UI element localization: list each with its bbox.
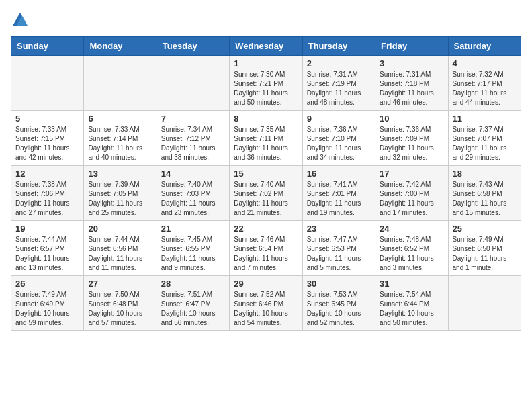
day-info: Sunrise: 7:42 AM Sunset: 7:00 PM Dayligh… xyxy=(380,180,443,218)
calendar-cell: 8Sunrise: 7:35 AM Sunset: 7:11 PM Daylig… xyxy=(230,111,302,166)
calendar-cell: 15Sunrise: 7:40 AM Sunset: 7:02 PM Dayli… xyxy=(230,166,302,221)
day-info: Sunrise: 7:35 AM Sunset: 7:11 PM Dayligh… xyxy=(234,125,298,163)
day-info: Sunrise: 7:50 AM Sunset: 6:48 PM Dayligh… xyxy=(88,290,152,328)
calendar-week-row: 1Sunrise: 7:30 AM Sunset: 7:21 PM Daylig… xyxy=(11,56,521,111)
calendar-cell: 11Sunrise: 7:37 AM Sunset: 7:07 PM Dayli… xyxy=(448,111,521,166)
calendar-cell: 25Sunrise: 7:49 AM Sunset: 6:50 PM Dayli… xyxy=(448,221,521,276)
calendar-cell: 14Sunrise: 7:40 AM Sunset: 7:03 PM Dayli… xyxy=(157,166,229,221)
day-info: Sunrise: 7:36 AM Sunset: 7:10 PM Dayligh… xyxy=(307,125,371,163)
column-header-wednesday: Wednesday xyxy=(230,37,302,56)
day-info: Sunrise: 7:31 AM Sunset: 7:18 PM Dayligh… xyxy=(380,70,443,107)
day-info: Sunrise: 7:41 AM Sunset: 7:01 PM Dayligh… xyxy=(307,180,371,218)
day-info: Sunrise: 7:52 AM Sunset: 6:46 PM Dayligh… xyxy=(234,290,298,328)
calendar-cell: 3Sunrise: 7:31 AM Sunset: 7:18 PM Daylig… xyxy=(375,56,448,111)
day-info: Sunrise: 7:48 AM Sunset: 6:52 PM Dayligh… xyxy=(380,235,443,273)
day-info: Sunrise: 7:34 AM Sunset: 7:12 PM Dayligh… xyxy=(161,125,225,163)
day-info: Sunrise: 7:31 AM Sunset: 7:19 PM Dayligh… xyxy=(307,70,371,107)
calendar-cell: 1Sunrise: 7:30 AM Sunset: 7:21 PM Daylig… xyxy=(230,56,302,111)
day-info: Sunrise: 7:40 AM Sunset: 7:03 PM Dayligh… xyxy=(161,180,225,218)
day-info: Sunrise: 7:33 AM Sunset: 7:14 PM Dayligh… xyxy=(88,125,152,163)
calendar-cell xyxy=(448,276,521,331)
day-number: 24 xyxy=(380,224,443,234)
day-info: Sunrise: 7:32 AM Sunset: 7:17 PM Dayligh… xyxy=(453,70,517,107)
calendar-cell: 17Sunrise: 7:42 AM Sunset: 7:00 PM Dayli… xyxy=(375,166,448,221)
calendar-cell: 12Sunrise: 7:38 AM Sunset: 7:06 PM Dayli… xyxy=(11,166,84,221)
calendar-cell: 18Sunrise: 7:43 AM Sunset: 6:58 PM Dayli… xyxy=(448,166,521,221)
day-number: 25 xyxy=(453,224,517,234)
day-info: Sunrise: 7:36 AM Sunset: 7:09 PM Dayligh… xyxy=(380,125,443,163)
day-number: 16 xyxy=(307,169,371,179)
column-header-sunday: Sunday xyxy=(11,37,84,56)
calendar-cell: 19Sunrise: 7:44 AM Sunset: 6:57 PM Dayli… xyxy=(11,221,84,276)
day-number: 29 xyxy=(234,279,298,289)
calendar-cell: 9Sunrise: 7:36 AM Sunset: 7:10 PM Daylig… xyxy=(302,111,375,166)
page-header xyxy=(11,11,521,30)
day-number: 13 xyxy=(88,169,152,179)
calendar-cell xyxy=(84,56,157,111)
day-info: Sunrise: 7:40 AM Sunset: 7:02 PM Dayligh… xyxy=(234,180,298,218)
day-number: 20 xyxy=(88,224,152,234)
day-number: 31 xyxy=(380,279,443,289)
day-number: 3 xyxy=(380,58,443,68)
day-number: 21 xyxy=(161,224,225,234)
day-number: 10 xyxy=(380,113,443,124)
calendar-cell: 2Sunrise: 7:31 AM Sunset: 7:19 PM Daylig… xyxy=(302,56,375,111)
calendar-cell: 31Sunrise: 7:54 AM Sunset: 6:44 PM Dayli… xyxy=(375,276,448,331)
calendar-cell: 13Sunrise: 7:39 AM Sunset: 7:05 PM Dayli… xyxy=(84,166,157,221)
day-number: 27 xyxy=(88,279,152,289)
calendar-cell: 23Sunrise: 7:47 AM Sunset: 6:53 PM Dayli… xyxy=(302,221,375,276)
day-number: 23 xyxy=(307,224,371,234)
column-header-thursday: Thursday xyxy=(302,37,375,56)
day-number: 12 xyxy=(15,169,79,179)
day-number: 22 xyxy=(234,224,298,234)
day-number: 1 xyxy=(234,58,298,68)
calendar-cell: 20Sunrise: 7:44 AM Sunset: 6:56 PM Dayli… xyxy=(84,221,157,276)
day-number: 9 xyxy=(307,113,371,124)
day-info: Sunrise: 7:44 AM Sunset: 6:56 PM Dayligh… xyxy=(88,235,152,273)
day-number: 28 xyxy=(161,279,225,289)
calendar-cell: 28Sunrise: 7:51 AM Sunset: 6:47 PM Dayli… xyxy=(157,276,229,331)
calendar-cell: 29Sunrise: 7:52 AM Sunset: 6:46 PM Dayli… xyxy=(230,276,302,331)
calendar-cell: 16Sunrise: 7:41 AM Sunset: 7:01 PM Dayli… xyxy=(302,166,375,221)
column-header-friday: Friday xyxy=(375,37,448,56)
day-info: Sunrise: 7:47 AM Sunset: 6:53 PM Dayligh… xyxy=(307,235,371,273)
day-info: Sunrise: 7:53 AM Sunset: 6:45 PM Dayligh… xyxy=(307,290,371,328)
day-number: 4 xyxy=(453,58,517,68)
calendar-cell: 27Sunrise: 7:50 AM Sunset: 6:48 PM Dayli… xyxy=(84,276,157,331)
day-number: 14 xyxy=(161,169,225,179)
day-number: 2 xyxy=(307,58,371,68)
calendar-cell: 30Sunrise: 7:53 AM Sunset: 6:45 PM Dayli… xyxy=(302,276,375,331)
day-number: 18 xyxy=(453,169,517,179)
calendar-cell: 21Sunrise: 7:45 AM Sunset: 6:55 PM Dayli… xyxy=(157,221,229,276)
column-header-monday: Monday xyxy=(84,37,157,56)
calendar-cell: 10Sunrise: 7:36 AM Sunset: 7:09 PM Dayli… xyxy=(375,111,448,166)
day-info: Sunrise: 7:38 AM Sunset: 7:06 PM Dayligh… xyxy=(15,180,79,218)
calendar-cell: 6Sunrise: 7:33 AM Sunset: 7:14 PM Daylig… xyxy=(84,111,157,166)
day-number: 15 xyxy=(234,169,298,179)
calendar-cell: 7Sunrise: 7:34 AM Sunset: 7:12 PM Daylig… xyxy=(157,111,229,166)
logo xyxy=(11,11,32,30)
day-info: Sunrise: 7:33 AM Sunset: 7:15 PM Dayligh… xyxy=(15,125,79,163)
column-header-saturday: Saturday xyxy=(448,37,521,56)
calendar-week-row: 19Sunrise: 7:44 AM Sunset: 6:57 PM Dayli… xyxy=(11,221,521,276)
day-number: 30 xyxy=(307,279,371,289)
calendar-cell xyxy=(157,56,229,111)
day-info: Sunrise: 7:51 AM Sunset: 6:47 PM Dayligh… xyxy=(161,290,225,328)
day-info: Sunrise: 7:30 AM Sunset: 7:21 PM Dayligh… xyxy=(234,70,298,107)
day-info: Sunrise: 7:44 AM Sunset: 6:57 PM Dayligh… xyxy=(15,235,79,273)
day-info: Sunrise: 7:37 AM Sunset: 7:07 PM Dayligh… xyxy=(453,125,517,163)
calendar-cell: 4Sunrise: 7:32 AM Sunset: 7:17 PM Daylig… xyxy=(448,56,521,111)
day-info: Sunrise: 7:49 AM Sunset: 6:50 PM Dayligh… xyxy=(453,235,517,273)
day-number: 7 xyxy=(161,113,225,124)
calendar-cell: 5Sunrise: 7:33 AM Sunset: 7:15 PM Daylig… xyxy=(11,111,84,166)
day-info: Sunrise: 7:43 AM Sunset: 6:58 PM Dayligh… xyxy=(453,180,517,218)
calendar-week-row: 5Sunrise: 7:33 AM Sunset: 7:15 PM Daylig… xyxy=(11,111,521,166)
day-info: Sunrise: 7:54 AM Sunset: 6:44 PM Dayligh… xyxy=(380,290,443,328)
calendar-table: SundayMondayTuesdayWednesdayThursdayFrid… xyxy=(11,36,521,331)
day-number: 19 xyxy=(15,224,79,234)
logo-icon xyxy=(11,11,30,30)
day-number: 17 xyxy=(380,169,443,179)
calendar-cell xyxy=(11,56,84,111)
day-number: 26 xyxy=(15,279,79,289)
day-number: 5 xyxy=(15,113,79,124)
